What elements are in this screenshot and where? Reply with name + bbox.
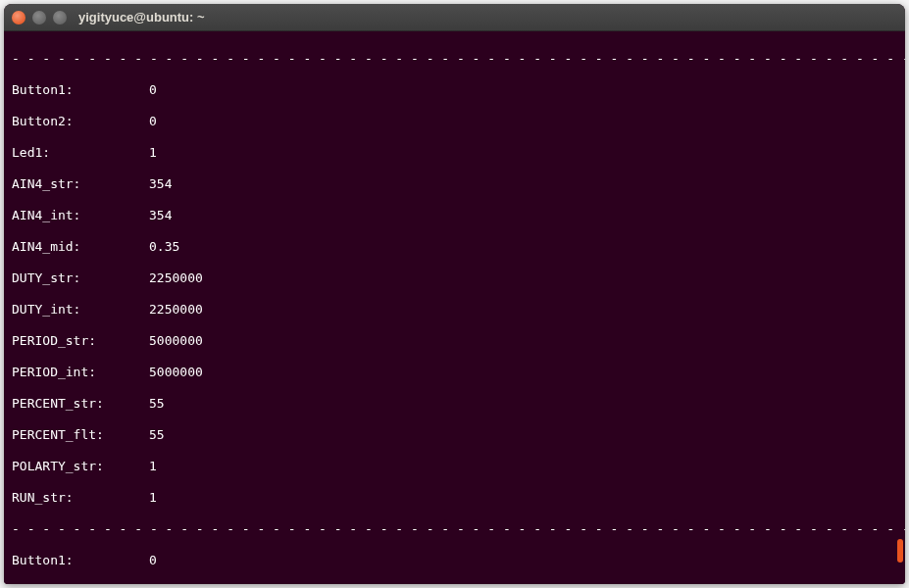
output-row: PERCENT_flt:55	[12, 427, 897, 443]
row-label: Button1:	[12, 82, 149, 98]
window-title: yigityuce@ubuntu: ~	[78, 10, 205, 24]
output-row: Button1:0	[12, 553, 897, 568]
row-value: 1	[149, 490, 157, 506]
row-label: DUTY_int:	[12, 302, 149, 318]
row-value: 5000000	[149, 365, 203, 380]
row-value: 354	[149, 176, 172, 192]
row-value: 55	[149, 396, 165, 412]
close-icon[interactable]	[12, 11, 25, 24]
row-value: 0	[149, 114, 157, 129]
row-label: POLARTY_str:	[12, 459, 149, 474]
row-value: 2250000	[149, 270, 203, 286]
output-row: Button1:0	[12, 82, 897, 98]
output-row: DUTY_str:2250000	[12, 270, 897, 286]
maximize-icon[interactable]	[53, 11, 67, 24]
row-value: 1	[149, 459, 157, 474]
window-controls	[12, 11, 67, 24]
row-label: AIN4_int:	[12, 208, 149, 223]
terminal-output[interactable]: - - - - - - - - - - - - - - - - - - - - …	[4, 31, 905, 584]
row-label: AIN4_mid:	[12, 239, 149, 255]
output-row: RUN_str:1	[12, 490, 897, 506]
row-label: Button2:	[12, 114, 149, 129]
row-label: AIN4_str:	[12, 176, 149, 192]
row-label: Led1:	[12, 145, 149, 161]
output-row: AIN4_mid:0.35	[12, 239, 897, 255]
row-value: 55	[149, 427, 165, 443]
output-row: POLARTY_str:1	[12, 459, 897, 474]
row-label: PERCENT_str:	[12, 396, 149, 412]
row-label: Button1:	[12, 553, 149, 568]
output-row: AIN4_int:354	[12, 208, 897, 223]
output-row: PERIOD_str:5000000	[12, 333, 897, 349]
row-label: PERCENT_flt:	[12, 427, 149, 443]
output-row: AIN4_str:354	[12, 176, 897, 192]
row-value: 0.35	[149, 239, 179, 255]
row-label: RUN_str:	[12, 490, 149, 506]
output-row: DUTY_int:2250000	[12, 302, 897, 318]
row-label: PERIOD_str:	[12, 333, 149, 349]
titlebar[interactable]: yigityuce@ubuntu: ~	[4, 4, 905, 31]
row-value: 0	[149, 82, 157, 98]
terminal-window: yigityuce@ubuntu: ~ - - - - - - - - - - …	[4, 4, 905, 584]
row-value: 5000000	[149, 333, 203, 349]
separator-line: - - - - - - - - - - - - - - - - - - - - …	[12, 521, 897, 537]
output-row: PERIOD_int:5000000	[12, 365, 897, 380]
row-value: 1	[149, 145, 157, 161]
output-row: PERCENT_str:55	[12, 396, 897, 412]
minimize-icon[interactable]	[32, 11, 46, 24]
separator-line: - - - - - - - - - - - - - - - - - - - - …	[12, 51, 897, 67]
row-label: PERIOD_int:	[12, 365, 149, 380]
row-value: 0	[149, 553, 157, 568]
output-row: Button2:0	[12, 114, 897, 129]
row-label: DUTY_str:	[12, 270, 149, 286]
output-row: Led1:1	[12, 145, 897, 161]
row-value: 354	[149, 208, 172, 223]
scrollbar-thumb[interactable]	[897, 539, 903, 563]
row-value: 2250000	[149, 302, 203, 318]
